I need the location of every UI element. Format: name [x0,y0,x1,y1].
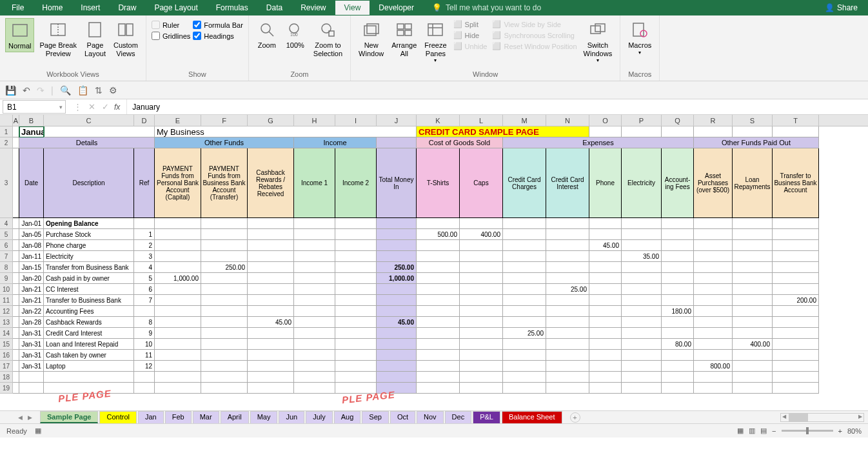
cell[interactable] [503,383,546,394]
cell[interactable] [201,361,248,372]
cell[interactable] [294,306,335,317]
cell[interactable] [460,251,503,262]
cell[interactable]: 180.00 [662,306,694,317]
col-header-D[interactable]: D [134,115,155,126]
cell[interactable] [460,339,503,350]
cell[interactable] [733,240,773,251]
cell[interactable] [546,339,589,350]
cell[interactable]: 6 [134,284,155,295]
cell[interactable]: Electricity [622,148,662,218]
cell[interactable] [546,273,589,284]
cell[interactable]: Details [19,137,155,148]
col-header-S[interactable]: S [733,115,773,126]
cell[interactable]: 250.00 [377,262,417,273]
cell[interactable] [460,317,503,328]
menu-draw[interactable]: Draw [109,1,145,15]
cell[interactable] [733,306,773,317]
cell[interactable] [622,339,662,350]
cell[interactable]: 200.00 [773,295,819,306]
cell[interactable] [694,284,733,295]
cell[interactable] [733,284,773,295]
cell[interactable] [377,240,417,251]
cell[interactable] [294,218,335,229]
zoom-level[interactable]: 80% [847,427,862,435]
cell[interactable]: Loan Repayments [733,148,773,218]
cell[interactable] [155,240,201,251]
cell[interactable] [155,295,201,306]
redo-icon[interactable]: ↷ [37,85,44,96]
cell[interactable]: 5 [134,273,155,284]
sort-icon[interactable]: ⇅ [95,85,103,96]
cell[interactable] [733,328,773,339]
cell[interactable] [294,328,335,339]
cell[interactable] [546,306,589,317]
cell[interactable] [733,383,773,394]
col-header-H[interactable]: H [294,115,335,126]
fx-icon[interactable]: fx [113,99,126,114]
zoom-out-icon[interactable]: − [772,427,776,435]
page-break-button[interactable]: Page Break Preview [37,18,79,59]
cell[interactable] [460,218,503,229]
cell[interactable]: 25.00 [503,328,546,339]
cell[interactable] [248,339,294,350]
cell[interactable] [377,372,417,383]
fx-cancel-icon[interactable]: ✕ [88,102,95,112]
cell[interactable] [417,273,460,284]
cell[interactable] [662,328,694,339]
cell[interactable] [662,284,694,295]
cell[interactable] [248,328,294,339]
arrange-all-button[interactable]: Arrange All [389,18,419,59]
cell[interactable] [589,372,622,383]
normal-view-button[interactable]: Normal [5,18,34,52]
cell[interactable] [294,229,335,240]
cell[interactable] [733,218,773,229]
cell[interactable] [377,251,417,262]
cell[interactable] [589,273,622,284]
cell[interactable] [13,251,19,262]
ruler-checkbox[interactable]: Ruler [152,21,190,29]
cell[interactable] [460,383,503,394]
cell[interactable] [201,218,248,229]
cell[interactable] [294,251,335,262]
menu-data[interactable]: Data [257,1,291,15]
cell[interactable] [733,262,773,273]
cell[interactable]: Phone [589,148,622,218]
cell[interactable] [589,295,622,306]
cell[interactable] [773,383,819,394]
cell[interactable]: Opening Balance [44,218,134,229]
split-button[interactable]: ⬜Split [452,19,489,29]
cell[interactable]: 250.00 [201,262,248,273]
cell[interactable] [460,284,503,295]
cell[interactable] [589,126,622,137]
cell[interactable] [377,383,417,394]
undo-icon[interactable]: ↶ [23,85,30,96]
cell[interactable] [134,383,155,394]
cell[interactable]: Jan-31 [19,339,44,350]
cell[interactable] [335,383,377,394]
cell[interactable] [201,251,248,262]
cell[interactable] [13,229,19,240]
sheet-tab-balance-sheet[interactable]: Balance Sheet [502,411,562,423]
tab-nav-next[interactable]: ▶ [25,414,35,421]
fx-confirm-icon[interactable]: ✓ [102,102,109,112]
cell[interactable] [155,284,201,295]
fx-expand-icon[interactable]: ⋮ [74,102,82,112]
col-header-I[interactable]: I [335,115,377,126]
hide-button[interactable]: ⬜Hide [452,30,489,40]
cell[interactable]: 500.00 [417,229,460,240]
cell[interactable] [155,350,201,361]
cell[interactable] [294,350,335,361]
cell[interactable] [503,339,546,350]
cell[interactable] [377,339,417,350]
cell[interactable] [13,361,19,372]
cell[interactable] [503,361,546,372]
cell[interactable] [733,361,773,372]
cell[interactable] [335,284,377,295]
cell[interactable] [622,361,662,372]
col-header-A[interactable]: A [13,115,19,126]
cell[interactable]: Cash taken by owner [44,350,134,361]
select-all-corner[interactable] [0,115,13,126]
cell[interactable] [201,306,248,317]
paste-icon[interactable]: 📋 [77,85,88,96]
cell[interactable]: Jan-20 [19,273,44,284]
